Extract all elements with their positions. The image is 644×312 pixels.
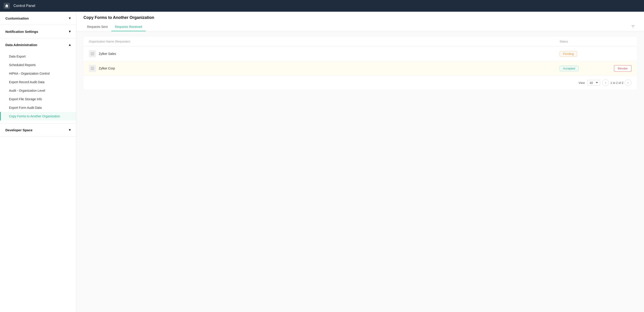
- table-header-row: Organization Name (Requester) Status: [84, 37, 637, 47]
- tab-requests-sent[interactable]: Requests Sent: [84, 23, 111, 31]
- org-icon-2: [89, 65, 96, 72]
- sidebar-item-scheduled-reports[interactable]: Scheduled Reports: [0, 61, 76, 69]
- tabs: Requests Sent Requests Received: [84, 23, 146, 31]
- table-area: Organization Name (Requester) Status: [76, 31, 644, 95]
- table-container: Organization Name (Requester) Status: [84, 37, 637, 90]
- home-icon[interactable]: [4, 3, 10, 9]
- app-title: Control Panel: [14, 4, 35, 8]
- filter-icon[interactable]: [629, 24, 637, 30]
- sidebar-item-export-file-storage[interactable]: Export File Storage Info: [0, 95, 76, 103]
- chevron-down-icon: ▾: [69, 16, 71, 20]
- table-row: Zylker Sales Pending: [84, 47, 637, 61]
- col-header-action: [604, 40, 632, 43]
- section-developer-space-label: Developer Space: [6, 128, 32, 132]
- page-nav: ‹ 1 to 2 of 2 ›: [602, 79, 632, 86]
- revoke-button[interactable]: Revoke: [614, 65, 632, 72]
- status-badge-1: Pending: [560, 51, 604, 57]
- section-data-administration-label: Data Administration: [6, 43, 37, 47]
- sidebar-item-export-form-audit[interactable]: Export Form Audit Data: [0, 103, 76, 112]
- chevron-down-icon-3: ▾: [69, 128, 71, 132]
- section-notification-settings-header[interactable]: Notification Settings ▾: [0, 25, 76, 38]
- status-badge-2: Accepted: [560, 66, 604, 71]
- next-page-button[interactable]: ›: [625, 79, 632, 86]
- per-page-select[interactable]: 10 25 50 100: [587, 80, 600, 86]
- section-notification-settings-label: Notification Settings: [6, 30, 38, 34]
- page-info: 1 to 2 of 2: [610, 81, 623, 85]
- main-content: Copy Forms to Another Organization Reque…: [76, 12, 644, 312]
- sidebar-item-audit-org[interactable]: Audit - Organization Level: [0, 86, 76, 95]
- section-customisation-header[interactable]: Customisation ▾: [0, 12, 76, 25]
- section-customisation: Customisation ▾: [0, 12, 76, 25]
- org-name-2: Zylker Corp: [99, 67, 115, 70]
- section-customisation-label: Customisation: [6, 17, 29, 20]
- tab-requests-received[interactable]: Requests Received: [111, 23, 146, 31]
- badge-accepted: Accepted: [560, 66, 578, 71]
- chevron-up-icon: ▴: [69, 43, 71, 47]
- action-col-2: Revoke: [604, 65, 632, 72]
- sidebar: Customisation ▾ Notification Settings ▾ …: [0, 12, 76, 312]
- section-data-administration-header[interactable]: Data Administration ▴: [0, 38, 76, 51]
- sidebar-item-export-record-audit[interactable]: Export Record Audit Data: [0, 78, 76, 86]
- data-administration-items: Data Export Scheduled Reports HIPAA - Or…: [0, 51, 76, 123]
- org-info-1: Zylker Sales: [89, 50, 560, 57]
- tabs-row: Requests Sent Requests Received: [84, 23, 637, 31]
- badge-pending: Pending: [560, 51, 577, 57]
- table-row: Zylker Corp Accepted Revoke: [84, 61, 637, 76]
- col-header-status: Status: [560, 40, 604, 43]
- sidebar-item-hipaa[interactable]: HIPAA - Organization Control: [0, 69, 76, 78]
- section-data-administration: Data Administration ▴ Data Export Schedu…: [0, 38, 76, 123]
- section-notification-settings: Notification Settings ▾: [0, 25, 76, 38]
- section-developer-space-header[interactable]: Developer Space ▾: [0, 123, 76, 136]
- view-label: View: [578, 81, 585, 85]
- prev-page-button[interactable]: ‹: [602, 79, 609, 86]
- col-header-org: Organization Name (Requester): [89, 40, 560, 43]
- chevron-down-icon-2: ▾: [69, 30, 71, 34]
- sidebar-item-data-export[interactable]: Data Export: [0, 52, 76, 61]
- top-nav: Control Panel: [0, 0, 644, 12]
- org-icon-1: [89, 50, 96, 57]
- org-info-2: Zylker Corp: [89, 65, 560, 72]
- page-title: Copy Forms to Another Organization: [84, 15, 637, 20]
- page-header: Copy Forms to Another Organization Reque…: [76, 12, 644, 31]
- org-name-1: Zylker Sales: [99, 52, 116, 56]
- pagination: View 10 25 50 100 ‹ 1 to 2 of 2 ›: [84, 76, 637, 90]
- layout: Customisation ▾ Notification Settings ▾ …: [0, 12, 644, 312]
- section-developer-space: Developer Space ▾: [0, 123, 76, 137]
- sidebar-item-copy-forms[interactable]: Copy Forms to Another Organization: [0, 112, 76, 120]
